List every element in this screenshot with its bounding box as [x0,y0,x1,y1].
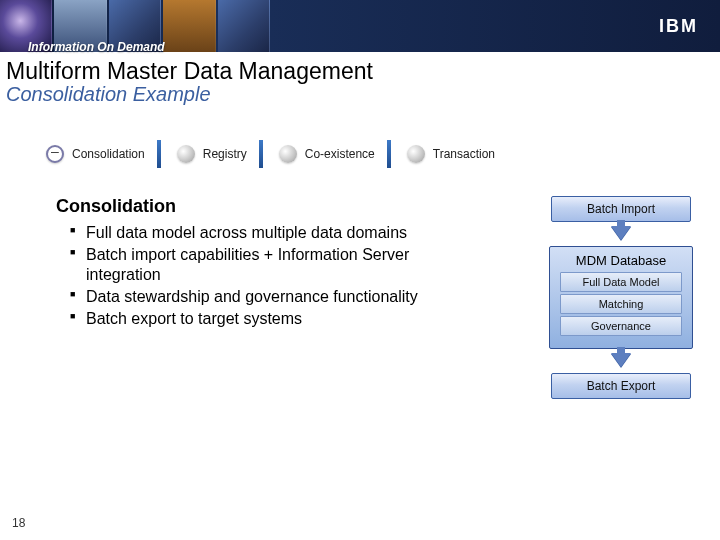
flow-mdm-database: MDM Database Full Data Model Matching Go… [549,246,693,349]
arrow-down-icon [611,353,631,367]
ibm-logo: IBM [659,16,698,37]
mode-separator [157,140,161,168]
bullets-block: Consolidation Full data model across mul… [56,196,436,399]
flow-db-item: Governance [560,316,682,336]
title-block: Multiform Master Data Management Consoli… [0,52,720,106]
bullets-title: Consolidation [56,196,436,217]
mode-icon [177,145,195,163]
flow-batch-export: Batch Export [551,373,691,399]
mode-separator [387,140,391,168]
mode-registry: Registry [177,145,247,163]
mode-coexistence: Co-existence [279,145,375,163]
arrow-down-icon [611,226,631,240]
flow-db-title: MDM Database [554,253,688,268]
mode-label: Co-existence [305,147,375,161]
mode-label: Transaction [433,147,495,161]
bullet-item: Batch export to target systems [56,309,436,329]
mode-tabs: Consolidation Registry Co-existence Tran… [46,140,720,168]
mode-label: Registry [203,147,247,161]
flow-column: Batch Import MDM Database Full Data Mode… [546,196,696,399]
bullets-list: Full data model across multiple data dom… [56,223,436,329]
mode-icon [279,145,297,163]
mode-label: Consolidation [72,147,145,161]
iod-badge: Information On Demand [28,40,165,54]
bullet-item: Data stewardship and governance function… [56,287,436,307]
page-number: 18 [12,516,25,530]
flow-db-item: Matching [560,294,682,314]
slide-title: Multiform Master Data Management [6,58,720,85]
flow-batch-import: Batch Import [551,196,691,222]
slide-subtitle: Consolidation Example [6,83,720,106]
mode-icon [46,145,64,163]
mode-separator [259,140,263,168]
bullet-item: Batch import capabilities + Information … [56,245,436,285]
mode-transaction: Transaction [407,145,495,163]
mode-icon [407,145,425,163]
bullet-item: Full data model across multiple data dom… [56,223,436,243]
content-row: Consolidation Full data model across mul… [0,196,720,399]
mode-consolidation: Consolidation [46,145,145,163]
flow-db-item: Full Data Model [560,272,682,292]
slide-header: Information On Demand IBM [0,0,720,52]
